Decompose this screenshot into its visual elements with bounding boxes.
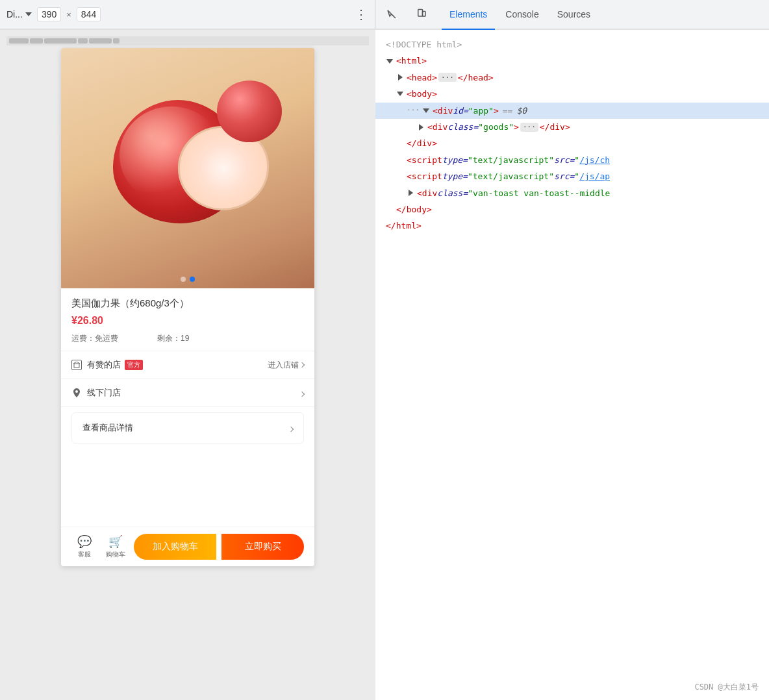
scroll-seg-5 — [89, 38, 112, 44]
div-app-tag: <div — [433, 103, 453, 118]
code-html-open: <html> — [375, 53, 769, 69]
dot-2-active — [190, 277, 195, 282]
scroll-seg-6 — [113, 38, 120, 44]
dot-1 — [181, 277, 186, 282]
devtools-tabs-area: Elements Console Sources — [375, 0, 769, 29]
store-chevron-icon — [299, 362, 305, 368]
div-app-close-bracket: > — [494, 103, 499, 118]
product-image — [61, 48, 314, 288]
watermark: CSDN @大白菜1号 — [694, 681, 759, 695]
script2-attr-type: type= — [442, 169, 468, 184]
shipping-text: 运费：免运费 — [71, 333, 118, 344]
div-goods-tag: <div — [427, 119, 448, 134]
device-width[interactable]: 390 — [37, 7, 61, 21]
script2-type-val: "text/javascript" — [468, 169, 554, 184]
script1-attr-src: src= — [554, 153, 574, 168]
detail-text: 查看商品详情 — [82, 422, 133, 434]
toast-class-val: "van-toast van-toast--middle — [468, 186, 610, 201]
script2-attr-src: src= — [554, 169, 574, 184]
stock-text: 剩余：19 — [157, 333, 189, 344]
code-script1: <script type= "text/javascript" src= " /… — [375, 152, 769, 168]
device-selector[interactable]: Di... — [6, 9, 32, 19]
div-app-attr-id: id= — [453, 103, 468, 118]
html-toggle-icon[interactable] — [386, 57, 394, 65]
code-html-close: </html> — [375, 218, 769, 234]
product-meta: 运费：免运费 剩余：19 — [71, 333, 304, 344]
add-to-cart-button[interactable]: 加入购物车 — [134, 534, 216, 560]
div-app-toggle[interactable] — [422, 106, 430, 114]
service-label: 客服 — [78, 550, 91, 559]
toast-attr-class: class= — [437, 186, 468, 201]
location-chevron-icon — [299, 392, 305, 397]
script2-tag: <script — [407, 169, 442, 184]
tab-elements[interactable]: Elements — [442, 0, 495, 30]
div-goods-class-val: "goods" — [478, 119, 514, 134]
code-body-close: </body> — [375, 201, 769, 218]
device-toolbar: Di... 390 × 844 ⋮ — [0, 0, 375, 29]
devtools-elements-panel: <!DOCTYPE html> <html> <head> ··· </head… — [375, 30, 769, 700]
svg-line-0 — [393, 16, 396, 19]
store-icon — [71, 360, 82, 370]
location-text: 线下门店 — [87, 387, 121, 399]
scroll-seg-2 — [30, 38, 43, 44]
buy-now-button[interactable]: 立即购买 — [221, 534, 304, 560]
head-dots[interactable]: ··· — [438, 73, 457, 82]
head-toggle-icon[interactable] — [396, 73, 404, 81]
div-goods-attr-class: class= — [448, 119, 478, 134]
head-open-tag: <head> — [407, 70, 437, 85]
body-toggle-icon[interactable] — [396, 90, 404, 98]
store-link[interactable]: 进入店铺 — [268, 360, 304, 371]
script1-tag: <script — [407, 153, 442, 168]
service-icon-group[interactable]: 💬 客服 — [71, 534, 97, 559]
product-price: ¥26.80 — [71, 315, 304, 327]
toast-toggle[interactable] — [407, 189, 414, 197]
html-tag: <html> — [396, 53, 427, 68]
store-name: 有赞的店 — [87, 359, 121, 371]
store-row[interactable]: 有赞的店 官方 进入店铺 — [61, 351, 314, 379]
svg-rect-2 — [423, 12, 426, 17]
device-label: Di... — [6, 9, 23, 19]
scroll-seg-4 — [78, 38, 88, 44]
goods-dots[interactable]: ··· — [520, 123, 538, 132]
body-open-tag: <body> — [407, 86, 437, 101]
select-element-icon[interactable] — [382, 5, 401, 24]
script1-src-link[interactable]: /js/ch — [579, 153, 610, 168]
location-row[interactable]: 线下门店 — [61, 379, 314, 407]
tab-console[interactable]: Console — [498, 0, 546, 30]
scrollbar-area — [6, 36, 369, 45]
dimension-separator: × — [66, 10, 71, 19]
code-div-goods[interactable]: <div class= "goods" > ··· </div> — [375, 119, 769, 135]
scroll-seg-3 — [44, 38, 77, 44]
svg-rect-3 — [74, 364, 79, 368]
tab-sources[interactable]: Sources — [549, 0, 598, 30]
apple-image-scene — [61, 48, 314, 288]
device-chevron-icon — [25, 12, 32, 16]
code-div-toast[interactable]: <div class= "van-toast van-toast--middle — [375, 185, 769, 201]
cart-icon-group[interactable]: 🛒 购物车 — [103, 534, 129, 559]
detail-row[interactable]: 查看商品详情 — [71, 412, 304, 444]
action-bar: 💬 客服 🛒 购物车 加入购物车 立即购买 — [61, 527, 314, 566]
more-options-button[interactable]: ⋮ — [355, 6, 368, 22]
product-info: 美国伽力果（约680g/3个） ¥26.80 运费：免运费 剩余：19 — [61, 288, 314, 351]
html-close-tag: </html> — [386, 218, 422, 233]
code-div-app[interactable]: ··· <div id= "app" > == $0 — [375, 103, 769, 119]
head-close-tag: </head> — [458, 70, 494, 85]
phone-frame: 美国伽力果（约680g/3个） ¥26.80 运费：免运费 剩余：19 有赞的店… — [61, 48, 314, 566]
doctype-text: <!DOCTYPE html> — [386, 37, 462, 52]
div-goods-bracket: > — [514, 119, 519, 134]
location-icon — [71, 388, 82, 398]
div-goods-toggle[interactable] — [417, 123, 425, 131]
script1-attr-type: type= — [442, 153, 468, 168]
device-height[interactable]: 844 — [77, 7, 101, 21]
phone-panel: 美国伽力果（约680g/3个） ¥26.80 运费：免运费 剩余：19 有赞的店… — [0, 30, 375, 700]
gutter-dots: ··· — [407, 104, 420, 117]
devtools-tabs: Elements Console Sources — [442, 0, 598, 29]
div-goods-close: </div> — [540, 119, 570, 134]
code-head: <head> ··· </head> — [375, 69, 769, 86]
script1-type-val: "text/javascript" — [468, 153, 554, 168]
apple-small — [217, 81, 282, 142]
script2-src-link[interactable]: /js/ap — [579, 169, 610, 184]
div-app-dollar: $0 — [516, 103, 527, 118]
device-mode-icon[interactable] — [412, 5, 431, 24]
body-close-tag: </body> — [396, 202, 432, 217]
